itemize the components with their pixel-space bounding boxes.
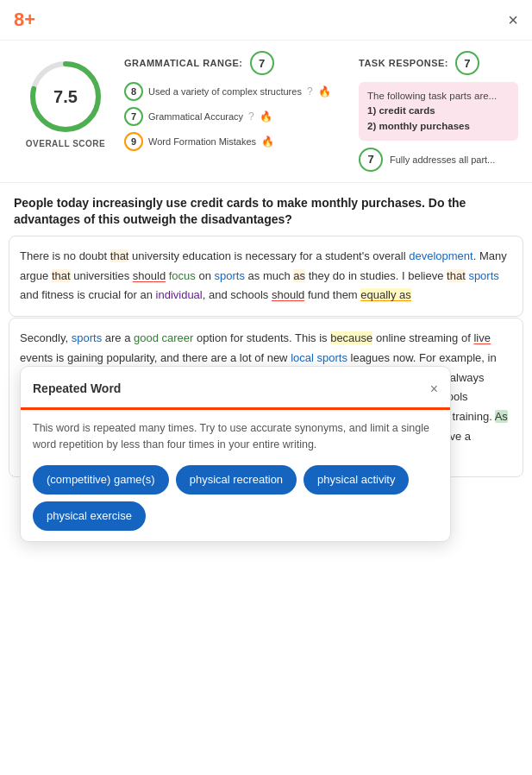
text-online: online streaming of bbox=[372, 331, 473, 344]
essay-paragraph-1: There is no doubt that university educat… bbox=[20, 247, 512, 306]
popup-description: This word is repeated many times. Try to… bbox=[33, 420, 438, 453]
popup-tags: (competitive) game(s) physical recreatio… bbox=[33, 465, 438, 531]
task-response-header: TASK RESPONSE: 7 bbox=[359, 51, 518, 75]
word-that-3: that bbox=[447, 269, 466, 282]
question-icon-2: ? bbox=[248, 110, 254, 123]
popup-header: Repeated Word × bbox=[21, 367, 450, 410]
popup-title: Repeated Word bbox=[33, 379, 121, 400]
essay-container: There is no doubt that university educat… bbox=[9, 236, 523, 317]
task-response-item-1: 1) credit cards bbox=[367, 104, 510, 118]
word-sports-1: sports bbox=[215, 269, 245, 282]
word-career: career bbox=[162, 331, 194, 344]
word-individual: individual bbox=[156, 288, 203, 301]
grammatical-range-header: GRAMMATICAL RANGE: 7 bbox=[124, 51, 352, 75]
text-events: events is gaining popularity, and there … bbox=[20, 351, 291, 364]
word-should-2: should bbox=[272, 288, 304, 301]
close-button[interactable]: × bbox=[508, 10, 518, 30]
text-10: , and schools bbox=[203, 288, 272, 301]
task-response-score: 7 bbox=[455, 51, 479, 75]
word-that-1: that bbox=[110, 249, 129, 262]
essay-prompt: People today increasingly use credit car… bbox=[0, 183, 532, 236]
detail-score-3: 9 bbox=[124, 132, 143, 151]
tag-physical-recreation[interactable]: physical recreation bbox=[176, 465, 297, 495]
word-as-result: As bbox=[495, 410, 508, 423]
text-6: as much bbox=[245, 269, 293, 282]
app-logo: 8+ bbox=[14, 9, 35, 31]
overall-score-label: OVERALL SCORE bbox=[26, 139, 105, 148]
overall-score-value: 7.5 bbox=[53, 87, 78, 107]
word-local-1: local bbox=[291, 351, 314, 364]
text-option: option for students. This is bbox=[193, 331, 330, 344]
popup-body: This word is repeated many times. Try to… bbox=[21, 410, 450, 541]
grammatical-range-label: GRAMMATICAL RANGE: bbox=[124, 58, 243, 68]
text-are: are a bbox=[102, 331, 134, 344]
word-should-1: should bbox=[133, 269, 166, 282]
flame-icon-2: 🔥 bbox=[260, 110, 272, 123]
detail-text-2: Grammatical Accuracy bbox=[148, 111, 243, 122]
detail-row-2: 7 Grammatical Accuracy ? 🔥 bbox=[124, 107, 352, 126]
text-1: university education is necessary for a … bbox=[128, 249, 409, 262]
detail-row-1: 8 Used a variety of complex structures ?… bbox=[124, 82, 352, 101]
task-response-box: The following task parts are... 1) credi… bbox=[359, 82, 518, 141]
question-icon-1: ? bbox=[307, 85, 313, 98]
tag-competitive-games[interactable]: (competitive) game(s) bbox=[33, 465, 169, 495]
text-7: they do in studies. I believe bbox=[305, 269, 447, 282]
text-9: and fitness is crucial for an bbox=[20, 288, 156, 301]
word-sports-3: sports bbox=[317, 351, 347, 364]
word-that-2: that bbox=[52, 269, 71, 282]
word-live: live bbox=[473, 331, 491, 344]
detail-text-1: Used a variety of complex structures bbox=[148, 86, 302, 97]
overall-score-container: 7.5 OVERALL SCORE bbox=[14, 51, 117, 148]
repeated-word-popup: Repeated Word × This word is repeated ma… bbox=[20, 366, 451, 542]
text-secondly: Secondly, bbox=[20, 331, 72, 344]
task-response-intro: The following task parts are... bbox=[367, 89, 510, 104]
word-sports-sec: sports bbox=[72, 331, 102, 344]
tag-physical-activity[interactable]: physical activity bbox=[304, 465, 409, 495]
detail-score-2: 7 bbox=[124, 107, 143, 126]
flame-icon-1: 🔥 bbox=[318, 85, 331, 98]
task-response-section: TASK RESPONSE: 7 The following task part… bbox=[359, 51, 518, 172]
task-response-label: TASK RESPONSE: bbox=[359, 58, 448, 68]
score-panel: 7.5 OVERALL SCORE GRAMMATICAL RANGE: 7 8… bbox=[0, 41, 532, 183]
left-metrics: GRAMMATICAL RANGE: 7 8 Used a variety of… bbox=[117, 51, 359, 157]
text-3: universities bbox=[71, 269, 133, 282]
word-development: development bbox=[409, 249, 473, 262]
detail-text-3: Word Formation Mistakes bbox=[148, 136, 256, 147]
detail-row-3: 9 Word Formation Mistakes 🔥 bbox=[124, 132, 352, 151]
task-fully-text: Fully addresses all part... bbox=[390, 154, 495, 165]
word-because: because bbox=[330, 331, 372, 344]
word-there: There is no doubt bbox=[20, 249, 110, 262]
flame-icon-3: 🔥 bbox=[261, 135, 274, 148]
word-equally-as: equally as bbox=[360, 288, 411, 301]
task-fully-score: 7 bbox=[359, 148, 383, 172]
app-header: 8+ × bbox=[0, 0, 532, 41]
overall-score-circle: 7.5 bbox=[27, 58, 104, 135]
detail-score-1: 8 bbox=[124, 82, 143, 101]
text-5: on bbox=[196, 269, 215, 282]
grammatical-range-score: 7 bbox=[250, 51, 274, 75]
text-11: fund them bbox=[304, 288, 360, 301]
task-fully-row: 7 Fully addresses all part... bbox=[359, 148, 518, 172]
popup-close-button[interactable]: × bbox=[430, 377, 438, 400]
task-response-item-2: 2) monthly purchases bbox=[367, 119, 510, 134]
tag-physical-exercise[interactable]: physical exercise bbox=[33, 501, 146, 531]
word-as-1: as bbox=[293, 269, 305, 282]
word-good: good bbox=[134, 331, 159, 344]
word-focus: focus bbox=[169, 269, 196, 282]
word-sports-2: sports bbox=[468, 269, 498, 282]
